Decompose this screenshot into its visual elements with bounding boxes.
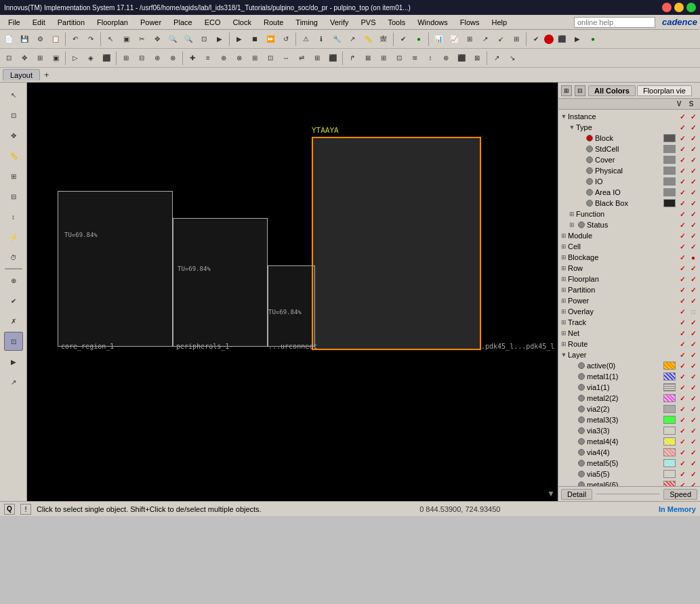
check-v-net[interactable]: ✓: [677, 330, 688, 337]
tb2-8[interactable]: ⊞: [119, 51, 133, 66]
check-s-metal4[interactable]: ✓: [688, 438, 699, 446]
tree-floorplan[interactable]: ⊞ Floorplan ✓ ✓: [558, 274, 700, 284]
expand-row[interactable]: ⊞: [560, 265, 568, 272]
color-via5[interactable]: [663, 470, 676, 478]
check-s-via3[interactable]: ✓: [688, 427, 699, 435]
tb-undo[interactable]: ↶: [68, 32, 83, 47]
bottom-tab-speed[interactable]: Speed: [663, 489, 697, 500]
menu-edit[interactable]: Edit: [27, 17, 51, 28]
check-v-via1[interactable]: ✓: [677, 384, 688, 391]
check-s-cover[interactable]: ✓: [688, 156, 699, 164]
tb2-1[interactable]: ⊡: [1, 51, 16, 66]
color-black-box[interactable]: [663, 199, 676, 207]
sidebar-power[interactable]: ⚡: [4, 228, 23, 246]
check-v-block[interactable]: ✓: [677, 135, 688, 142]
check-v-row[interactable]: ✓: [677, 265, 688, 272]
check-s-track[interactable]: ✓: [688, 319, 699, 326]
color-metal1[interactable]: [663, 372, 676, 381]
check-s-layer[interactable]: ✓: [688, 351, 699, 359]
tb-play[interactable]: ▶: [232, 32, 247, 47]
tb-layout[interactable]: ⊞: [462, 32, 477, 47]
check-v-area-io[interactable]: ✓: [677, 189, 688, 196]
check-s-net[interactable]: ✓: [688, 330, 699, 337]
check-v-metal1[interactable]: ✓: [677, 373, 688, 381]
color-metal5[interactable]: [663, 459, 676, 467]
check-s-via5[interactable]: ✓: [688, 471, 699, 478]
tb2-14[interactable]: ⊕: [216, 51, 231, 66]
expand-cell[interactable]: ⊞: [560, 243, 568, 250]
tb2-10[interactable]: ⊕: [150, 51, 165, 66]
check-v-overlay[interactable]: ✓: [677, 308, 688, 316]
maximize-btn[interactable]: [686, 3, 696, 12]
check-v-via5[interactable]: ✓: [677, 471, 688, 478]
check-s-type[interactable]: ✓: [688, 124, 699, 131]
tab-add-button[interactable]: +: [40, 68, 54, 81]
menu-help[interactable]: Help: [487, 17, 513, 28]
tree-metal3[interactable]: metal3(3) ✓ ✓: [558, 414, 700, 425]
check-v-metal3[interactable]: ✓: [677, 416, 688, 424]
color-via3[interactable]: [663, 427, 676, 435]
tb-copy[interactable]: 📋: [48, 32, 63, 47]
check-v-power[interactable]: ✓: [677, 297, 688, 305]
check-s-via1[interactable]: ✓: [688, 384, 699, 391]
check-s-block[interactable]: ✓: [688, 135, 699, 142]
search-input[interactable]: [574, 17, 655, 28]
check-s-stdcell[interactable]: ✓: [688, 146, 699, 153]
check-v-via4[interactable]: ✓: [677, 449, 688, 456]
tab-layout[interactable]: Layout: [3, 69, 40, 81]
color-io[interactable]: [663, 177, 676, 186]
sidebar-zoom[interactable]: ⊡: [4, 106, 23, 125]
check-s-metal2[interactable]: ✓: [688, 395, 699, 402]
check-s-partition[interactable]: ✓: [688, 286, 699, 294]
close-btn[interactable]: [662, 3, 672, 12]
menu-tools[interactable]: Tools: [383, 17, 411, 28]
canvas-scroll-arrow[interactable]: ▼: [547, 489, 555, 498]
tb-run[interactable]: ▶: [570, 32, 585, 47]
expand-route[interactable]: ⊞: [560, 341, 568, 347]
expand-layer[interactable]: ▼: [560, 351, 568, 358]
tree-cell[interactable]: ⊞ Cell ✓ ✓: [558, 241, 700, 252]
sidebar-active-tool[interactable]: ⊡: [4, 332, 23, 351]
check-s-physical[interactable]: ✓: [688, 167, 699, 175]
tb-check[interactable]: ✔: [396, 32, 411, 47]
color-metal2[interactable]: [663, 394, 676, 402]
check-v-blockage[interactable]: ✓: [677, 254, 688, 261]
sidebar-select[interactable]: ↖: [4, 85, 23, 104]
tree-power[interactable]: ⊞ Power ✓ ✓: [558, 295, 700, 306]
check-v-layer[interactable]: ✓: [677, 351, 688, 359]
expand-blockage[interactable]: ⊞: [560, 254, 568, 261]
check-s-metal1[interactable]: ✓: [688, 373, 699, 381]
expand-type[interactable]: ▼: [568, 124, 576, 131]
tb-refresh[interactable]: ↺: [279, 32, 293, 47]
check-s-function[interactable]: ✓: [688, 211, 699, 218]
tb2-18[interactable]: ↔: [279, 51, 293, 66]
expand-power[interactable]: ⊞: [560, 297, 568, 304]
tree-via1[interactable]: via1(1) ✓ ✓: [558, 382, 700, 393]
menu-file[interactable]: File: [3, 17, 26, 28]
tree-function[interactable]: ⊞ Function ✓ ✓: [558, 209, 700, 219]
check-v-function[interactable]: ✓: [677, 211, 688, 218]
menu-route[interactable]: Route: [258, 17, 289, 28]
color-block[interactable]: [663, 134, 676, 142]
tree-route[interactable]: ⊞ Route ✓ ✓: [558, 339, 700, 349]
tree-stdcell[interactable]: StdCell ✓ ✓: [558, 144, 700, 154]
check-v-via2[interactable]: ✓: [677, 406, 688, 413]
check-s-row[interactable]: ✓: [688, 265, 699, 272]
tb-new[interactable]: 📄: [1, 32, 16, 47]
check-v-active[interactable]: ✓: [677, 362, 688, 370]
color-metal4[interactable]: [663, 437, 676, 446]
tb-zoom-out[interactable]: 🔍: [181, 32, 196, 47]
menu-clock[interactable]: Clock: [227, 17, 257, 28]
menu-floorplan[interactable]: Floorplan: [91, 17, 133, 28]
check-v-metal5[interactable]: ✓: [677, 460, 688, 467]
tb2-17[interactable]: ⊡: [263, 51, 278, 66]
color-physical[interactable]: [663, 167, 676, 175]
check-v-cover[interactable]: ✓: [677, 156, 688, 164]
tree-metal6[interactable]: metal6(6) ✓ ✓: [558, 479, 700, 486]
check-s-black-box[interactable]: ✓: [688, 200, 699, 207]
check-s-metal6[interactable]: ✓: [688, 481, 699, 487]
check-s-route[interactable]: ✓: [688, 341, 699, 348]
tree-overlay[interactable]: ⊞ Overlay ✓ □: [558, 306, 700, 317]
tb-net[interactable]: 🕸: [376, 32, 391, 47]
tb2-30[interactable]: ⊠: [470, 51, 485, 66]
